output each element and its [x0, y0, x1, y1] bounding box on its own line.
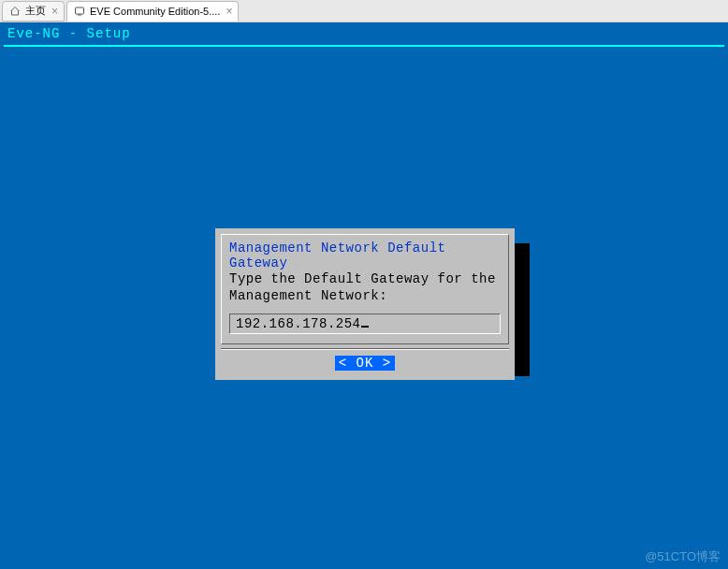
home-icon	[8, 5, 22, 18]
tab-home[interactable]: 主页 ×	[2, 1, 65, 22]
gateway-dialog: Management Network Default Gateway Type …	[215, 228, 515, 380]
gateway-input[interactable]: 192.168.178.254	[229, 314, 501, 334]
close-icon[interactable]: ×	[51, 5, 58, 18]
dialog-text-line2: Management Network:	[229, 287, 501, 304]
dialog-title: Management Network Default Gateway	[229, 241, 501, 270]
tab-bar: 主页 × EVE Community Edition-5.... ×	[0, 0, 728, 22]
watermark: @51CTO博客	[645, 548, 721, 565]
vm-icon	[73, 5, 86, 18]
dialog-separator	[221, 348, 509, 350]
gateway-input-value: 192.168.178.254	[236, 316, 361, 331]
dialog-body: Management Network Default Gateway Type …	[221, 234, 509, 344]
button-row: < OK >	[221, 354, 509, 374]
title-underline	[4, 45, 724, 47]
tab-home-label: 主页	[25, 4, 46, 18]
dialog-text-line1: Type the Default Gateway for the	[229, 270, 501, 287]
text-cursor	[361, 326, 369, 328]
svg-rect-0	[76, 7, 84, 14]
close-icon[interactable]: ×	[226, 5, 232, 18]
dialog-wrapper: Management Network Default Gateway Type …	[215, 228, 515, 380]
ok-button[interactable]: < OK >	[335, 356, 395, 371]
tab-eve-label: EVE Community Edition-5....	[90, 6, 220, 17]
setup-title: Eve-NG - Setup	[0, 22, 728, 45]
tab-eve[interactable]: EVE Community Edition-5.... ×	[66, 1, 239, 22]
terminal-screen: Eve-NG - Setup Management Network Defaul…	[0, 22, 728, 569]
